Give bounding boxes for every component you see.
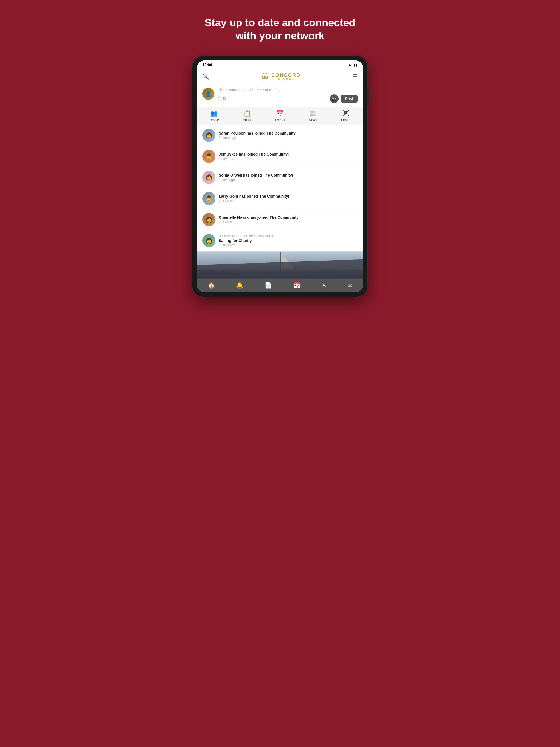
logo-area: 🏛 CONCORD ALUMNI (261, 72, 301, 81)
bottom-nav-bell[interactable]: 🔔 (236, 282, 244, 289)
avatar-bella: 👩 (202, 234, 215, 247)
status-icons: ▲ ▮▮ (348, 62, 358, 67)
article-title: Sailing for Charity (219, 238, 274, 243)
feed-title-4: Larry Gold has joined The Community! (219, 194, 289, 199)
top-nav: 🔍 🏛 CONCORD ALUMNI ☰ (197, 69, 363, 84)
feed-title-1: Sarah Poulson has joined The Community! (219, 131, 297, 135)
bottom-nav-list[interactable]: 📄 (264, 282, 272, 289)
feed-content-4: Larry Gold has joined The Community! 2 D… (219, 194, 289, 203)
feed-time-1: 6 hours ago (219, 136, 297, 140)
tab-people[interactable]: 👥 People (209, 110, 219, 122)
battery-icon: ▮▮ (353, 62, 358, 67)
tab-photos-label: Photos (341, 118, 351, 122)
feed-article-content: Bella Velicaria Published a new article … (219, 234, 274, 247)
char-count: 0/140 (218, 97, 226, 101)
feed-article-item[interactable]: 👩 Bella Velicaria Published a new articl… (197, 230, 363, 251)
avatar-chantelle: 👩 (202, 213, 215, 226)
search-icon[interactable]: 🔍 (202, 73, 209, 80)
feed-item-2[interactable]: 👨 Jeff Sykes has joined The Community! 1… (197, 146, 363, 167)
post-actions: 📷 Post (330, 94, 358, 103)
tab-posts-label: Posts (243, 118, 251, 122)
post-button[interactable]: Post (341, 95, 358, 103)
feed-content-2: Jeff Sykes has joined The Community! 1 d… (219, 152, 289, 161)
tab-posts[interactable]: 📋 Posts (243, 110, 251, 122)
bottom-nav-home[interactable]: 🏠 (207, 282, 215, 289)
feed-item-5[interactable]: 👩 Chantelle Novak has joined The Communi… (197, 209, 363, 230)
tab-news[interactable]: 📰 News (309, 110, 317, 122)
feed-time-4: 2 Days ago (219, 199, 289, 203)
feed-content-3: Sonja Orwell has joined The Community! 1… (219, 173, 293, 182)
tab-events[interactable]: 📅 Events (275, 110, 285, 122)
filter-tabs: 👥 People 📋 Posts 📅 Events 📰 News 🖼 Photo… (197, 107, 363, 125)
bottom-nav-mail[interactable]: ✉ (348, 282, 353, 289)
avatar-jeff: 👨 (202, 150, 215, 163)
svg-rect-2 (280, 252, 281, 273)
menu-icon[interactable]: ☰ (353, 73, 358, 80)
news-icon: 📰 (309, 110, 316, 117)
feed-item-3[interactable]: 👩 Sonja Orwell has joined The Community!… (197, 167, 363, 188)
post-footer: 0/140 📷 Post (218, 94, 358, 103)
post-avatar-img: 👤 (202, 88, 214, 100)
status-bar: 12:00 ▲ ▮▮ (197, 60, 363, 69)
sailing-background (197, 251, 363, 279)
post-user-avatar: 👤 (202, 88, 214, 100)
tablet-screen: 12:00 ▲ ▮▮ 🔍 🏛 CONCORD ALUMNI ☰ 👤 (197, 60, 363, 292)
bottom-nav: 🏠 🔔 📄 📅 ✳ ✉ (197, 279, 363, 292)
article-time: 4 Days ago (219, 243, 274, 247)
sailing-image (197, 251, 363, 279)
feed-list: 👩 Sarah Poulson has joined The Community… (197, 125, 363, 279)
tab-photos[interactable]: 🖼 Photos (341, 110, 351, 122)
feed-time-2: 1 day ago (219, 157, 289, 161)
logo-icon: 🏛 (261, 72, 269, 81)
bottom-nav-calendar[interactable]: 📅 (293, 282, 301, 289)
camera-button[interactable]: 📷 (330, 94, 338, 103)
avatar-sarah: 👩 (202, 129, 215, 142)
feed-time-3: 1 days ago (219, 178, 293, 182)
feed-content-5: Chantelle Novak has joined The Community… (219, 215, 300, 224)
feed-content-1: Sarah Poulson has joined The Community! … (219, 131, 297, 140)
logo-sub: ALUMNI (271, 78, 301, 80)
svg-rect-1 (197, 270, 363, 278)
tab-events-label: Events (275, 118, 285, 122)
tab-people-label: People (209, 118, 219, 122)
post-box: 👤 Share something with the community... … (197, 84, 363, 107)
posts-icon: 📋 (244, 110, 251, 117)
tab-news-label: News (309, 118, 317, 122)
headline: Stay up to date and connected with your … (198, 17, 362, 42)
avatar-sonja: 👩 (202, 171, 215, 184)
bottom-nav-share[interactable]: ✳ (322, 282, 327, 289)
wifi-icon: ▲ (348, 62, 352, 67)
avatar-larry: 👨 (202, 192, 215, 205)
people-icon: 👥 (210, 110, 218, 117)
logo-text-area: CONCORD ALUMNI (271, 73, 301, 80)
logo-name: CONCORD (271, 73, 301, 78)
feed-title-2: Jeff Sykes has joined The Community! (219, 152, 289, 156)
feed-item-1[interactable]: 👩 Sarah Poulson has joined The Community… (197, 125, 363, 146)
status-time: 12:00 (202, 62, 212, 67)
photos-icon: 🖼 (343, 110, 349, 117)
article-label: Bella Velicaria Published a new article (219, 234, 274, 238)
feed-item-4[interactable]: 👨 Larry Gold has joined The Community! 2… (197, 188, 363, 209)
feed-title-3: Sonja Orwell has joined The Community! (219, 173, 293, 177)
post-placeholder[interactable]: Share something with the community... (218, 88, 358, 92)
feed-title-5: Chantelle Novak has joined The Community… (219, 215, 300, 220)
feed-time-5: 2 Days ago (219, 220, 300, 224)
svg-point-4 (202, 268, 358, 272)
events-icon: 📅 (276, 110, 284, 117)
tablet-frame: 12:00 ▲ ▮▮ 🔍 🏛 CONCORD ALUMNI ☰ 👤 (193, 56, 367, 297)
post-input-area: Share something with the community... 0/… (218, 88, 358, 103)
